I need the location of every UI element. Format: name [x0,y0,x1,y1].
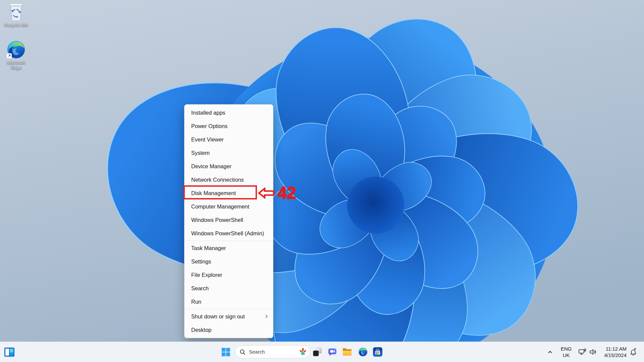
menu-separator [184,309,273,309]
tray-language-indicator[interactable]: ENG UK [558,342,574,362]
start-button[interactable] [219,342,232,362]
language-code: ENG [558,346,574,352]
speaker-icon [589,348,597,356]
menu-item-desktop[interactable]: Desktop [184,323,273,337]
shortcut-arrow-badge [7,53,12,58]
menu-item-system[interactable]: System [184,146,273,160]
chevron-right-icon [264,314,268,318]
menu-item-power-options[interactable]: Power Options [184,119,273,133]
task-view-button[interactable] [311,342,324,362]
chevron-up-icon [547,349,553,355]
edge-button[interactable] [356,342,370,362]
edge-icon [7,40,25,59]
menu-item-device-manager[interactable]: Device Manager [184,160,273,173]
network-icon [578,348,587,356]
tray-clock[interactable]: 11:12 AM 4/15/2024 [597,342,627,362]
desktop-icon-label: Recycle Bin [4,22,28,27]
tray-date: 4/15/2024 [597,352,627,358]
menu-item-windows-powershell-admin[interactable]: Windows PowerShell (Admin) [184,227,273,240]
file-explorer-icon [342,348,352,356]
annotation-highlight-rect [183,185,257,199]
desktop-icon-microsoft-edge[interactable]: Microsoft Edge [0,40,32,70]
menu-item-event-viewer[interactable]: Event Viewer [184,133,273,146]
file-explorer-button[interactable] [340,342,354,362]
tray-chevron-button[interactable] [543,342,557,362]
menu-item-label: Shut down or sign out [191,313,245,319]
tray-notifications-button[interactable] [627,342,640,362]
notification-bell-icon [629,348,638,356]
microsoft-store-button[interactable] [371,342,384,362]
recycle-bin-icon [8,3,24,21]
winx-context-menu: Installed apps Power Options Event Viewe… [184,104,273,338]
annotation-arrow-icon [258,187,275,199]
taskbar-widgets-button[interactable] [3,342,16,362]
desktop-icon-label: Microsoft Edge [5,60,27,70]
taskbar: Search [0,342,644,362]
search-placeholder: Search [249,349,299,355]
search-highlights-icon [299,348,307,356]
chat-button[interactable] [326,342,339,362]
desktop-wallpaper [0,0,644,362]
menu-item-run[interactable]: Run [184,295,273,308]
menu-item-windows-powershell[interactable]: Windows PowerShell [184,213,273,227]
menu-item-installed-apps[interactable]: Installed apps [184,106,273,119]
menu-item-computer-management[interactable]: Computer Management [184,200,273,213]
menu-item-file-explorer[interactable]: File Explorer [184,268,273,282]
microsoft-store-icon [373,347,382,357]
menu-item-network-connections[interactable]: Network Connections [184,173,273,186]
tray-time: 11:12 AM [597,346,627,352]
windows-logo-icon [222,348,230,356]
edge-icon [358,347,368,357]
desktop-icon-recycle-bin[interactable]: Recycle Bin [0,3,32,27]
widgets-icon [4,348,14,357]
menu-item-settings[interactable]: Settings [184,255,273,268]
chat-icon [328,347,337,357]
menu-separator [184,241,273,241]
search-icon [239,349,246,355]
annotation-number: 42 [277,183,296,203]
menu-item-task-manager[interactable]: Task Manager [184,241,273,255]
menu-item-shut-down-or-sign-out[interactable]: Shut down or sign out [184,310,273,323]
language-region: UK [558,352,574,358]
task-view-icon [313,347,322,357]
taskbar-search-box[interactable]: Search [235,345,310,358]
menu-item-search[interactable]: Search [184,282,273,295]
